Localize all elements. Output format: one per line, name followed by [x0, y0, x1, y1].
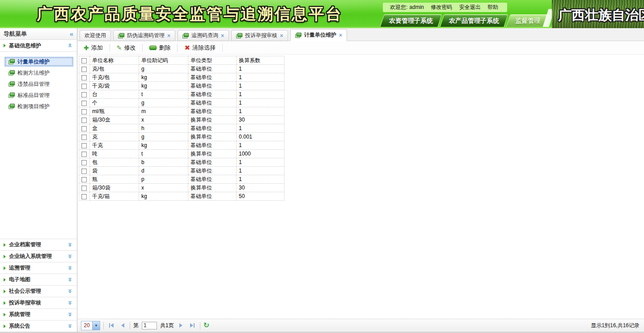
accordion-panel[interactable]: 企业档案管理 [0, 239, 77, 250]
accordion-panel[interactable]: 追溯管理 [0, 262, 77, 274]
subsystem-tab[interactable]: 农产品管理子系统 [440, 14, 508, 27]
row-checkbox[interactable] [81, 160, 87, 165]
row-checkbox[interactable] [81, 84, 87, 89]
chevron-down-icon[interactable] [68, 289, 73, 294]
page-number-input[interactable] [142, 322, 157, 329]
pager-separator [103, 322, 104, 329]
toolbar-button[interactable]: 清除选择 [181, 43, 219, 53]
document-tab[interactable]: 计量单位维护 × [290, 29, 347, 41]
tab-close-icon[interactable]: × [339, 32, 342, 38]
first-page-button[interactable] [107, 322, 116, 329]
table-row[interactable]: 盒 h 基础单位 1 [79, 124, 284, 133]
document-tab[interactable]: 追溯码查询 × [178, 30, 229, 41]
select-all-header[interactable] [79, 56, 90, 65]
table-row[interactable]: ml/瓶 m 基础单位 1 [79, 107, 284, 116]
table-row[interactable]: 千克/包 kg 基础单位 1 [79, 73, 284, 82]
sidebar-collapse-icon[interactable]: « [70, 30, 73, 38]
accordion-panel[interactable]: 系统公告 [0, 320, 77, 332]
row-checkbox[interactable] [81, 185, 87, 191]
table-row[interactable]: 千克/箱 kg 基础单位 50 [79, 192, 284, 201]
row-checkbox[interactable] [81, 169, 87, 174]
column-header-unit-name[interactable]: 单位名称 [90, 56, 139, 65]
column-header-factor[interactable]: 换算系数 [237, 56, 284, 65]
prev-page-button[interactable] [119, 322, 127, 329]
sidebar-nav-item[interactable]: 违禁品目管理 [4, 79, 73, 89]
welcome-link[interactable]: 修改密码 [431, 4, 452, 10]
row-checkbox[interactable] [81, 118, 87, 123]
cell-unit-code: kg [139, 192, 188, 201]
select-all-checkbox[interactable] [81, 58, 87, 63]
table-row[interactable]: 克/包 g 基础单位 1 [79, 65, 284, 73]
table-row[interactable]: 个 g 基础单位 1 [79, 99, 284, 107]
toolbar-button-label: 添加 [91, 44, 103, 52]
chevron-down-icon[interactable] [68, 312, 73, 317]
welcome-link[interactable]: 安全退出 [459, 4, 481, 10]
row-checkbox[interactable] [81, 101, 87, 106]
column-header-unit-type[interactable]: 单位类型 [188, 56, 237, 65]
sidebar-nav-item[interactable]: 标准品目管理 [4, 90, 73, 100]
chevron-up-icon[interactable] [68, 43, 73, 48]
last-page-button[interactable] [188, 322, 197, 329]
accordion-panel[interactable]: 电子地图 [0, 274, 77, 285]
welcome-link[interactable]: 帮助 [487, 4, 498, 10]
tab-close-icon[interactable]: × [221, 33, 224, 39]
accordion-panel[interactable]: 投诉举报审核 [0, 297, 77, 308]
sidebar-nav-item[interactable]: 检测项目维护 [4, 101, 73, 111]
document-tab[interactable]: 防伪追溯码管理 × [113, 30, 175, 41]
table-row[interactable]: 吨 t 换算单位 1000 [79, 150, 284, 158]
pager-separator [130, 322, 130, 329]
toolbar-button[interactable]: 删除 [146, 43, 174, 53]
toolbar-button[interactable]: 修改 [113, 43, 140, 53]
toolbar-button[interactable]: 添加 [80, 43, 106, 53]
row-checkbox[interactable] [81, 135, 87, 140]
sidebar-nav-item-label: 违禁品目管理 [17, 80, 50, 88]
table-row[interactable]: 克 g 换算单位 0.001 [79, 133, 284, 141]
chevron-down-icon[interactable] [68, 266, 73, 270]
table-row[interactable]: 瓶 p 基础单位 1 [79, 175, 284, 184]
column-header-unit-code[interactable]: 单位助记码 [139, 56, 188, 65]
row-checkbox[interactable] [81, 109, 87, 114]
chevron-down-icon[interactable] [68, 300, 73, 305]
row-checkbox[interactable] [81, 75, 87, 80]
chevron-down-icon[interactable] [68, 324, 73, 329]
combo-arrow-icon[interactable]: ▼ [92, 321, 100, 330]
table-row[interactable]: 千克/袋 kg 基础单位 1 [79, 82, 284, 90]
accordion-panel[interactable]: 社会公示管理 [0, 285, 77, 297]
row-checkbox[interactable] [81, 126, 87, 131]
page-size-select[interactable]: 20 ▼ [81, 321, 100, 330]
row-checkbox[interactable] [81, 67, 87, 72]
subsystem-tab[interactable]: 农资管理子系统 [380, 14, 442, 27]
table-row[interactable]: 台 t 基础单位 1 [79, 90, 284, 99]
row-checkbox-cell [79, 175, 90, 184]
table-row[interactable]: 箱/30袋 x 换算单位 30 [79, 184, 284, 192]
tab-close-icon[interactable]: × [167, 33, 170, 39]
accordion-panel-basic-info[interactable]: 基础信息维护 [0, 40, 77, 52]
sidebar-nav-item[interactable]: 检测方法维护 [4, 68, 73, 78]
document-tab[interactable]: 投诉举报审核 × [231, 30, 288, 41]
row-checkbox[interactable] [81, 92, 87, 97]
chevron-down-icon[interactable] [68, 242, 73, 247]
table-row[interactable]: 包 b 基础单位 1 [79, 158, 284, 167]
panel-arrow-icon [4, 255, 6, 258]
row-checkbox[interactable] [81, 194, 87, 199]
next-page-button[interactable] [177, 322, 185, 329]
chevron-down-icon[interactable] [68, 254, 73, 259]
row-checkbox[interactable] [81, 152, 87, 157]
page-size-value: 20 [81, 322, 92, 329]
row-checkbox[interactable] [81, 177, 87, 182]
tab-close-icon[interactable]: × [280, 33, 283, 39]
table-row[interactable]: 袋 d 基础单位 1 [79, 167, 284, 175]
chevron-down-icon[interactable] [68, 277, 73, 282]
table-row[interactable]: 千克 kg 基础单位 1 [79, 141, 284, 150]
document-tab[interactable]: 欢迎使用 × [80, 30, 111, 41]
cell-factor: 1 [237, 167, 284, 175]
row-checkbox[interactable] [81, 143, 87, 148]
accordion-panel[interactable]: 企业纳入系统管理 [0, 250, 77, 262]
sidebar-nav-item[interactable]: 计量单位维护 [4, 57, 73, 67]
folder-icon [8, 70, 15, 76]
row-checkbox-cell [79, 99, 90, 107]
refresh-icon[interactable]: ↻ [203, 322, 209, 329]
cell-unit-type: 基础单位 [188, 73, 237, 82]
table-row[interactable]: 箱/30盒 x 换算单位 30 [79, 116, 284, 124]
accordion-panel[interactable]: 系统管理 [0, 308, 77, 320]
